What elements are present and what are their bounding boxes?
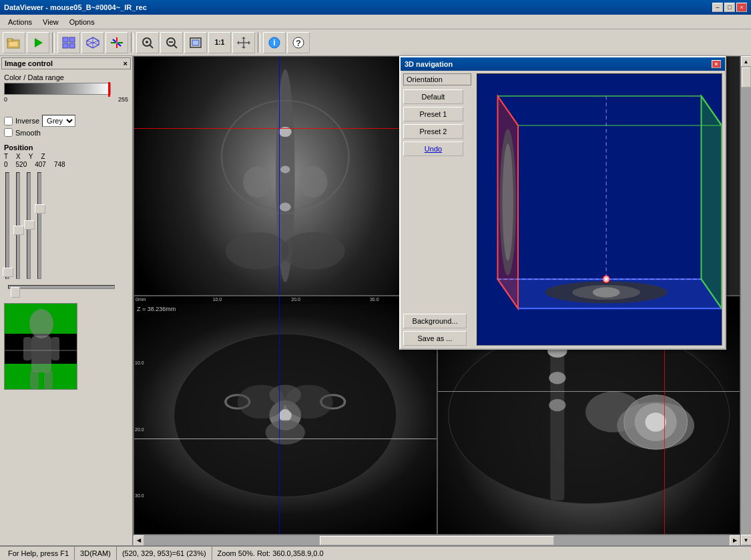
t-value: 0 <box>4 161 8 168</box>
undo-button[interactable]: Undo <box>403 142 463 156</box>
svg-rect-33 <box>30 370 39 389</box>
3d-navigation-panel: 3D navigation × Orientation Default Pres… <box>399 56 726 350</box>
position-sliders <box>4 171 128 278</box>
svg-point-40 <box>281 232 344 270</box>
t-hslider-track[interactable] <box>8 285 115 289</box>
axes-button[interactable] <box>105 32 128 53</box>
x-slider-track[interactable] <box>16 172 20 279</box>
t-hslider-thumb[interactable] <box>11 287 20 298</box>
open-button[interactable] <box>3 32 25 53</box>
menu-view[interactable]: View <box>37 17 64 27</box>
help-button[interactable]: ? <box>287 32 310 53</box>
y-slider[interactable] <box>27 172 31 279</box>
color-range-max: 255 <box>118 96 128 103</box>
scroll-right-button[interactable]: ▶ <box>730 535 740 546</box>
colormap-select[interactable]: Grey Hot Jet <box>42 115 75 127</box>
svg-rect-34 <box>44 370 53 389</box>
3d-nav-viewport[interactable] <box>477 73 722 346</box>
toolbar-separator-3 <box>258 33 260 53</box>
bottom-scrollbar[interactable]: ◀ ▶ <box>134 535 740 545</box>
coronal-view[interactable] <box>134 56 437 296</box>
svg-point-42 <box>280 166 290 173</box>
zoom-out-button[interactable] <box>160 32 183 53</box>
background-button[interactable]: Background... <box>403 314 467 328</box>
zoom-text: Zoom 50%. Rot: 360.0,358.9,0.0 <box>218 549 324 557</box>
svg-rect-1 <box>7 39 13 41</box>
3d-nav-svg <box>477 74 722 345</box>
default-orientation-button[interactable]: Default <box>403 89 463 104</box>
t-slider[interactable] <box>5 172 9 279</box>
close-button[interactable]: × <box>736 3 747 12</box>
svg-point-54 <box>269 384 301 405</box>
thumbnail-body-svg <box>5 304 77 390</box>
1to1-button[interactable]: 1:1 <box>208 32 231 53</box>
right-scrollbar[interactable]: ▲ ▼ <box>740 56 751 545</box>
preset1-button[interactable]: Preset 1 <box>403 107 463 121</box>
scroll-left-button[interactable]: ◀ <box>134 535 144 546</box>
axial-ruler-left: 10.0 20.0 30.0 <box>134 296 148 535</box>
svg-rect-2 <box>9 41 18 47</box>
mosaic-button[interactable] <box>57 32 80 53</box>
axial-view[interactable]: 0mm 10.0 20.0 30.0 Z = 38.236mm 10.0 20.… <box>134 296 437 535</box>
y-slider-thumb[interactable] <box>24 220 35 230</box>
hscroll-track[interactable] <box>144 535 730 545</box>
axial-ct-image <box>134 296 437 535</box>
svg-rect-24 <box>192 40 199 45</box>
color-range-bar[interactable] <box>4 83 111 95</box>
color-range-section: Color / Data range 0 255 <box>4 73 128 104</box>
scroll-up-button[interactable]: ▲ <box>741 56 752 67</box>
fit-button[interactable] <box>184 32 207 53</box>
svg-point-59 <box>549 398 565 410</box>
x-slider-thumb[interactable] <box>13 226 24 235</box>
svg-text:i: i <box>273 38 275 47</box>
info-button[interactable]: i <box>263 32 286 53</box>
hscroll-thumb[interactable] <box>320 536 554 545</box>
menu-options[interactable]: Options <box>64 17 100 27</box>
position-values: 0 520 407 748 <box>4 161 128 168</box>
play-button[interactable] <box>27 32 49 53</box>
menu-bar: Actions View Options <box>0 15 751 29</box>
ruler-mark-30-left: 30.0 <box>135 493 144 498</box>
x-slider[interactable] <box>16 172 20 279</box>
y-value: 407 <box>35 161 46 168</box>
z-slider-thumb[interactable] <box>35 204 45 214</box>
t-slider-track[interactable] <box>5 172 9 279</box>
z-slider[interactable] <box>37 172 41 279</box>
t-axis-label: T <box>4 153 8 160</box>
y-slider-track[interactable] <box>27 172 31 279</box>
coronal-crosshair-h <box>134 128 437 129</box>
ruler-mark-30: 30.0 <box>370 297 379 302</box>
smooth-checkbox[interactable] <box>4 128 13 137</box>
scroll-down-button[interactable]: ▼ <box>741 535 752 545</box>
pan-button[interactable] <box>232 32 255 53</box>
vscroll-track[interactable] <box>741 67 751 535</box>
image-control-close[interactable]: × <box>123 59 128 67</box>
3d-nav-title: 3D navigation <box>405 60 453 68</box>
t-slider-thumb[interactable] <box>3 268 13 277</box>
help-text: For Help, press F1 <box>8 549 69 557</box>
zoom-segment: Zoom 50%. Rot: 360.0,358.9,0.0 <box>212 547 748 560</box>
ruler-mark-10-left: 10.0 <box>135 360 144 365</box>
svg-rect-7 <box>69 43 75 48</box>
axial-crosshair-v <box>279 296 280 535</box>
svg-marker-68 <box>702 96 722 308</box>
axial-ruler-top: 0mm 10.0 20.0 30.0 <box>134 296 437 304</box>
t-hslider[interactable] <box>8 280 115 294</box>
z-slider-track[interactable] <box>37 172 41 279</box>
save-as-button[interactable]: Save as ... <box>403 331 467 346</box>
coordinates-text: (520, 329, 953)=61 (23%) <box>122 549 206 557</box>
3d-button[interactable] <box>81 32 104 53</box>
svg-point-45 <box>298 166 327 198</box>
menu-actions[interactable]: Actions <box>3 17 37 27</box>
minimize-button[interactable]: – <box>712 3 723 12</box>
3d-nav-close-button[interactable]: × <box>712 60 721 68</box>
vscroll-thumb[interactable] <box>742 67 751 87</box>
inverse-checkbox[interactable] <box>4 117 13 125</box>
maximize-button[interactable]: □ <box>724 3 735 12</box>
help-text-segment: For Help, press F1 <box>3 547 75 560</box>
title-controls: – □ × <box>712 3 747 12</box>
color-range-label: Color / Data range <box>4 73 128 81</box>
preset2-button[interactable]: Preset 2 <box>403 124 463 139</box>
ruler-mark-20: 20.0 <box>291 297 300 302</box>
zoom-in-button[interactable] <box>136 32 159 53</box>
